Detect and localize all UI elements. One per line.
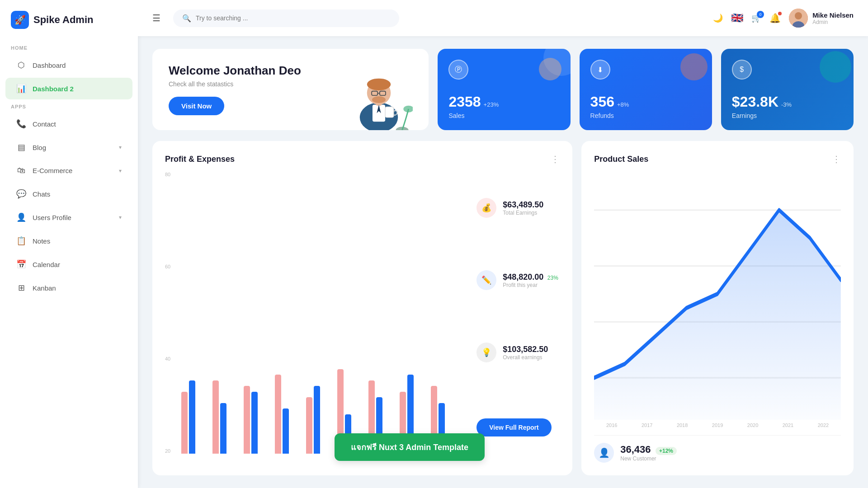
svg-point-7 xyxy=(367,79,391,90)
bar-blue xyxy=(283,408,289,454)
language-flag-icon[interactable]: 🇬🇧 xyxy=(731,12,743,24)
x-label: 2020 xyxy=(747,422,758,428)
x-label: 2018 xyxy=(677,422,688,428)
contact-icon: 📞 xyxy=(16,119,26,129)
promo-banner: แจกฟรี Nuxt 3 Admin Template xyxy=(335,433,485,461)
home-section-label: HOME xyxy=(0,42,138,53)
profit-year-value: $48,820.00 xyxy=(503,272,543,282)
new-customer-badge: +12% xyxy=(656,447,677,455)
svg-rect-12 xyxy=(385,107,394,117)
total-earnings-info: $63,489.50 Total Earnings xyxy=(503,200,543,216)
line-chart xyxy=(594,168,841,420)
dashboard2-icon: 📊 xyxy=(16,84,26,94)
main-content: ☰ 🔍 🌙 🇬🇧 🛒 0 🔔 xyxy=(138,0,868,488)
sidebar: 🚀 Spike Admin HOME ⬡ Dashboard 📊 Dashboa… xyxy=(0,0,138,488)
sales-value: 2358 xyxy=(448,94,481,110)
y-label: 60 xyxy=(165,264,170,269)
promo-text: แจกฟรี Nuxt 3 Admin Template xyxy=(351,443,468,452)
y-label: 20 xyxy=(165,448,170,454)
total-earnings-row: 💰 $63,489.50 Total Earnings xyxy=(476,198,560,218)
sidebar-item-label: Dashboard 2 xyxy=(33,85,74,93)
sidebar-item-notes[interactable]: 📋 Notes xyxy=(5,230,132,252)
product-sales-card: Product Sales ⋮ xyxy=(581,141,854,475)
profit-chart-card: Profit & Expenses ⋮ 80 60 40 20 xyxy=(152,141,572,475)
cart-icon[interactable]: 🛒 0 xyxy=(751,13,761,23)
total-earnings-value: $63,489.50 xyxy=(503,200,543,209)
product-sales-header: Product Sales ⋮ xyxy=(594,154,841,164)
earnings-value: $23.8K xyxy=(732,94,778,110)
bar-group xyxy=(212,380,240,454)
new-customer-row: 👤 36,436 +12% New Customer xyxy=(594,435,841,463)
sidebar-item-blog[interactable]: ▤ Blog ▾ xyxy=(5,136,132,158)
topbar: ☰ 🔍 🌙 🇬🇧 🛒 0 🔔 xyxy=(138,0,868,36)
sidebar-item-label: E-Commerce xyxy=(33,167,72,174)
sidebar-item-ecommerce[interactable]: 🛍 E-Commerce ▾ xyxy=(5,160,132,181)
search-input[interactable] xyxy=(196,14,390,22)
visit-now-button[interactable]: Visit Now xyxy=(169,97,224,115)
notification-badge xyxy=(778,12,782,15)
sidebar-item-label: Contact xyxy=(33,120,56,128)
profit-year-icon: ✏️ xyxy=(476,270,496,290)
view-report-button[interactable]: View Full Report xyxy=(476,418,551,436)
product-sales-menu-icon[interactable]: ⋮ xyxy=(832,154,841,164)
charts-row: Profit & Expenses ⋮ 80 60 40 20 xyxy=(152,141,854,475)
stat-card-sales: Ⓟ 2358 +23% Sales xyxy=(438,49,570,130)
welcome-card: Welcome Jonathan Deo Check all the stata… xyxy=(152,49,429,130)
sidebar-item-calendar[interactable]: 📅 Calendar xyxy=(5,253,132,275)
refunds-icon: ⬇ xyxy=(590,60,610,80)
earnings-icon: $ xyxy=(732,60,752,80)
avatar xyxy=(789,9,808,28)
x-label: 2017 xyxy=(642,422,652,428)
profit-year-pct: 23% xyxy=(547,275,558,281)
welcome-illustration xyxy=(338,58,420,130)
sidebar-item-label: Notes xyxy=(33,237,50,245)
sidebar-item-users-profile[interactable]: 👤 Users Profile ▾ xyxy=(5,206,132,228)
bar-group xyxy=(244,386,271,454)
earnings-change: -3% xyxy=(781,101,792,108)
profit-menu-icon[interactable]: ⋮ xyxy=(551,154,560,164)
chevron-down-icon: ▾ xyxy=(119,214,122,221)
sidebar-item-label: Calendar xyxy=(33,261,60,268)
product-sales-title: Product Sales xyxy=(594,155,648,164)
stats-side: 💰 $63,489.50 Total Earnings ✏️ $48,820.0… xyxy=(469,172,560,463)
page-content: Welcome Jonathan Deo Check all the stata… xyxy=(138,36,868,488)
x-label: 2016 xyxy=(606,422,617,428)
notification-icon[interactable]: 🔔 xyxy=(769,13,781,23)
welcome-title: Welcome Jonathan Deo xyxy=(169,64,301,78)
sidebar-item-dashboard[interactable]: ⬡ Dashboard xyxy=(5,54,132,76)
x-label: 2021 xyxy=(783,422,793,428)
logo-icon: 🚀 xyxy=(11,11,29,29)
x-label: 2019 xyxy=(712,422,723,428)
sidebar-item-label: Chats xyxy=(33,190,50,198)
profit-card-header: Profit & Expenses ⋮ xyxy=(165,154,560,164)
menu-icon[interactable]: ☰ xyxy=(152,13,160,23)
stat-card-refunds: ⬇ 356 +8% Refunds xyxy=(580,49,712,130)
welcome-text: Welcome Jonathan Deo Check all the stata… xyxy=(169,64,301,115)
total-earnings-icon: 💰 xyxy=(476,198,496,218)
dark-mode-icon[interactable]: 🌙 xyxy=(713,13,723,23)
search-bar[interactable]: 🔍 xyxy=(173,9,399,27)
sidebar-item-dashboard2[interactable]: 📊 Dashboard 2 xyxy=(5,78,132,99)
chevron-down-icon: ▾ xyxy=(119,144,122,150)
search-icon: 🔍 xyxy=(182,14,191,23)
stat-card-earnings: $ $23.8K -3% Earnings xyxy=(721,49,854,130)
sidebar-item-kanban[interactable]: ⊞ Kanban xyxy=(5,277,132,299)
app-name: Spike Admin xyxy=(33,14,93,26)
profit-year-row: ✏️ $48,820.00 23% Profit this year xyxy=(476,270,560,290)
blog-icon: ▤ xyxy=(16,142,26,152)
bar-group xyxy=(181,380,209,454)
users-profile-icon: 👤 xyxy=(16,212,26,222)
sidebar-logo: 🚀 Spike Admin xyxy=(0,11,138,42)
sidebar-item-chats[interactable]: 💬 Chats xyxy=(5,183,132,205)
notes-icon: 📋 xyxy=(16,236,26,246)
ecommerce-icon: 🛍 xyxy=(16,166,26,175)
earnings-label: Earnings xyxy=(732,112,843,119)
profit-year-info: $48,820.00 23% Profit this year xyxy=(503,272,558,288)
calendar-icon: 📅 xyxy=(16,259,26,269)
bar-pink xyxy=(275,375,281,454)
sidebar-item-contact[interactable]: 📞 Contact xyxy=(5,113,132,135)
user-info[interactable]: Mike Nielsen Admin xyxy=(789,9,854,28)
profit-title: Profit & Expenses xyxy=(165,155,235,164)
bar-blue xyxy=(189,380,195,454)
bar-chart: 80 60 40 20 xyxy=(165,172,458,463)
